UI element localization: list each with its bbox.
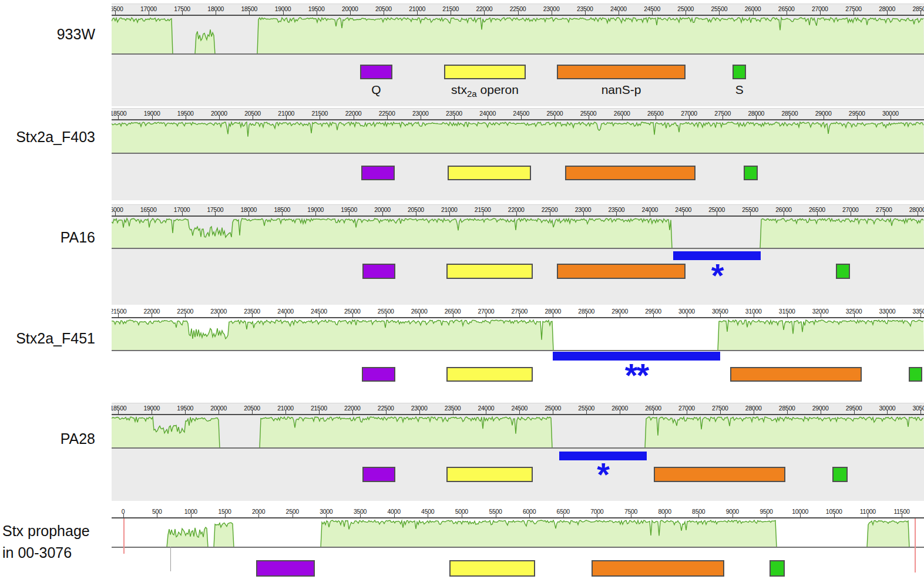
ruler-tick-label: 24500 [511,405,527,412]
ruler-tick-label: 22500 [379,110,395,117]
coordinate-ruler: 1650017000175001800018500190001950020000… [112,4,924,16]
ruler-tick-label: 30500 [712,308,728,315]
ruler-tick-label: 28000 [909,206,924,213]
ruler-tick-label: 27500 [845,5,862,12]
ruler-tick-label: 7500 [624,508,637,515]
ruler-tick-label: 30500 [912,405,924,412]
ruler-tick-label: 27000 [478,308,495,315]
ruler-tick-label: 20000 [342,5,358,12]
ruler-tick-label: 21500 [311,110,328,117]
ruler-tick-label: 25500 [580,110,597,117]
ruler-tick-label: 20000 [210,405,227,412]
ruler-tick-label: 5500 [489,508,502,515]
ruler-tick-label: 27500 [712,405,728,412]
gene-box-stx2a [446,367,533,382]
ruler-tick-label: 23000 [411,405,428,412]
ruler-tick-label: 18000 [240,206,257,213]
annotation-row: * [112,449,924,501]
ruler-tick-label: 21500 [311,405,327,412]
ruler-tick-label: 18500 [274,206,290,213]
gene-label-stx2a: stx2a operon [451,83,519,99]
ruler-tick-label: 23500 [577,5,593,12]
ruler-tick-label: 26000 [611,405,628,412]
asterisk-marker: ** [625,361,649,390]
ruler-tick-label: 19000 [307,206,324,213]
ruler-tick-label: 3000 [320,508,332,515]
ruler-tick-label: 25500 [378,308,394,315]
ruler-tick-label: 8000 [658,508,671,515]
ruler-tick-label: 11500 [894,508,910,515]
coordinate-ruler: 1600016500170001750018000185001900019500… [112,205,924,217]
ruler-tick-label: 29500 [645,308,661,315]
coordinate-ruler: 2150022000225002300023500240002450025000… [112,305,924,318]
similarity-plot [112,518,924,548]
ruler-tick-label: 29500 [846,405,862,412]
similarity-area [112,218,924,249]
similarity-area [112,320,924,351]
ruler-tick-label: 0 [122,508,125,515]
ruler-tick-label: 24000 [641,206,658,213]
ruler-tick-label: 31500 [779,308,795,315]
ruler-tick-label: 28000 [745,405,762,412]
gene-box-nans [557,264,686,279]
coordinate-ruler: 0500100015002000250030003500400045005000… [112,506,924,518]
gene-box-nans [654,467,785,482]
ruler-tick-label: 29000 [815,110,832,117]
ruler-tick-label: 22500 [177,308,193,315]
coordinate-ruler: 1850019000195002000020500210002150022000… [112,109,924,120]
ruler-tick-label: 22000 [345,110,362,117]
ruler-tick-label: 16500 [140,206,157,213]
similarity-plot [112,415,924,449]
ruler-tick-label: 28500 [912,5,924,12]
gene-box-q [360,65,392,79]
ruler-tick-label: 32500 [846,308,862,315]
ruler-tick-label: 20000 [374,206,391,213]
gene-box-s [836,264,850,279]
ruler-tick-label: 17000 [174,206,190,213]
track-label-stx-prophage-in-00-3076: Stx prophagein 00-3076 [2,520,110,564]
ruler-tick-label: 30000 [879,405,896,412]
ruler-tick-label: 25000 [344,308,361,315]
sequence-boundary-marker [915,518,916,572]
gene-box-s [733,65,746,79]
gene-box-stx2a [449,560,535,577]
gene-label-nans: nanS-p [602,83,641,97]
ruler-tick-label: 20500 [375,5,392,12]
ruler-tick-label: 25500 [711,5,728,12]
track-label-stx2a-f451: Stx2a_F451 [0,330,95,347]
ruler-tick-label: 19000 [275,5,291,12]
ruler-tick-label: 24000 [479,110,496,117]
ruler-tick-label: 20500 [408,206,424,213]
ruler-tick-label: 25500 [742,206,758,213]
gene-box-s [909,367,922,382]
ruler-tick-label: 29000 [812,405,829,412]
ruler-tick-label: 23000 [210,308,227,315]
ruler-tick-label: 19000 [143,405,160,412]
ruler-tick-label: 28000 [748,110,764,117]
annotation-row: ** [112,351,924,400]
ruler-tick-label: 20000 [211,110,227,117]
ruler-tick-label: 27500 [511,308,527,315]
ruler-tick-label: 11000 [860,508,876,515]
track-label-line2: in 00-3076 [2,542,110,564]
gene-box-stx2a [444,65,526,79]
ruler-tick-label: 28000 [545,308,561,315]
ruler-tick-label: 17500 [174,5,190,12]
annotation-row: * [112,249,924,305]
ruler-tick-label: 27000 [681,110,697,117]
ruler-tick-label: 32000 [812,308,829,315]
gene-box-nans [730,367,862,382]
ruler-tick-label: 24000 [610,5,627,12]
coordinate-ruler: 1850019000195002000020500210002150022000… [112,403,924,415]
track-panel-stx-prophage-in-00-3076: 0500100015002000250030003500400045005000… [112,506,924,586]
ruler-tick-label: 19500 [308,5,325,12]
ruler-tick-label: 26000 [775,206,792,213]
ruler-tick-label: 22000 [344,405,361,412]
asterisk-marker: * [711,261,723,290]
gene-box-nans [557,65,686,79]
annotation-row [112,154,924,200]
ruler-tick-label: 21500 [442,5,459,12]
track-label-pa28: PA28 [0,430,95,447]
ruler-tick-label: 26500 [445,308,461,315]
track-label-stx2a-f403: Stx2a_F403 [0,129,95,146]
